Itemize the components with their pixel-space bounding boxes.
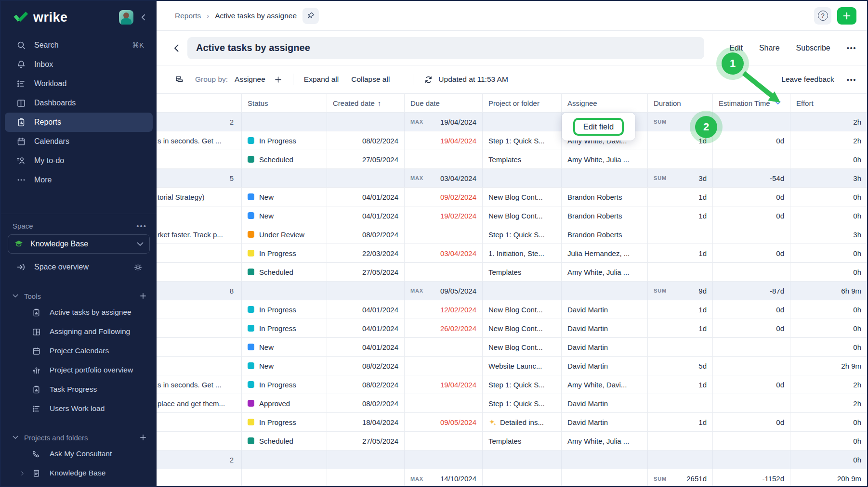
tool-item-project-calendars[interactable]: Project Calendars: [1, 341, 157, 360]
back-button[interactable]: [172, 43, 184, 53]
tool-item-assigning-and-following[interactable]: Assigning and Following: [1, 322, 157, 341]
chevron-right-icon[interactable]: [19, 470, 32, 476]
status-cell[interactable]: New: [242, 188, 327, 206]
space-menu-button[interactable]: •••: [136, 222, 147, 230]
assignee-cell[interactable]: David Martin: [562, 357, 648, 375]
status-cell[interactable]: In Progress: [242, 375, 327, 394]
projects-section-header[interactable]: Projects and folders: [1, 431, 157, 444]
column-header-created-date[interactable]: Created date↑: [327, 94, 405, 112]
project-cell[interactable]: New Blog Cont...: [483, 338, 562, 356]
task-row[interactable]: Scheduled27/05/2024TemplatesAmy White, J…: [157, 432, 867, 450]
sidebar-item-workload[interactable]: Workload: [5, 74, 153, 93]
add-grouping-button[interactable]: [274, 76, 282, 84]
task-row[interactable]: s in seconds. Get ...In Progress08/02/20…: [157, 375, 867, 394]
column-header-effort[interactable]: Effort: [790, 94, 867, 112]
assignee-cell[interactable]: David Martin: [562, 338, 648, 356]
assignee-cell[interactable]: Amy White, Julia ...: [562, 263, 648, 281]
group-header-row[interactable]: 5MAX03/04/2024SUM3d-54d3h: [157, 169, 867, 188]
assignee-cell[interactable]: Brandon Roberts: [562, 188, 648, 206]
project-cell[interactable]: Templates: [483, 263, 562, 281]
status-cell[interactable]: In Progress: [242, 131, 327, 150]
assignee-cell[interactable]: David Martin: [562, 319, 648, 337]
task-row[interactable]: Scheduled27/05/2024TemplatesAmy White, J…: [157, 263, 867, 282]
sidebar-item-my-to-do[interactable]: My to-do: [5, 151, 153, 170]
task-row[interactable]: Scheduled27/05/2024TemplatesAmy White, J…: [157, 150, 867, 169]
sidebar-item-more[interactable]: More: [5, 170, 153, 190]
assignee-cell[interactable]: Brandon Roberts: [562, 225, 648, 244]
expand-all-button[interactable]: Expand all: [304, 75, 339, 84]
project-cell[interactable]: New Blog Cont...: [483, 300, 562, 319]
status-cell[interactable]: Under Review: [242, 225, 327, 244]
project-cell[interactable]: New Blog Cont...: [483, 319, 562, 337]
project-cell[interactable]: Step 1: Quick S...: [483, 225, 562, 244]
assignee-cell[interactable]: Amy White, Davi...: [562, 375, 648, 394]
task-row[interactable]: torial Strategy)New04/01/202409/02/2024N…: [157, 188, 867, 206]
task-row[interactable]: s in seconds. Get ...In Progress08/02/20…: [157, 131, 867, 150]
tool-item-project-portfolio-overview[interactable]: Project portfolio overview: [1, 360, 157, 380]
sidebar-item-inbox[interactable]: Inbox: [5, 55, 153, 74]
tools-section-header[interactable]: Tools: [1, 289, 157, 303]
task-row[interactable]: In Progress04/01/202412/02/2024New Blog …: [157, 300, 867, 319]
add-project-button[interactable]: [139, 434, 147, 441]
sidebar-item-search[interactable]: Search⌘K: [5, 36, 153, 55]
group-header-row[interactable]: 20h: [157, 450, 867, 469]
task-row[interactable]: place and get them...Approved08/02/2024S…: [157, 394, 867, 413]
project-cell[interactable]: Templates: [483, 432, 562, 450]
wrike-logo[interactable]: wrike: [13, 10, 119, 25]
project-item-sample-blueprints[interactable]: Sample Blueprints: [1, 483, 157, 486]
column-header-task[interactable]: [157, 94, 242, 112]
tool-item-active-tasks-by-assignee[interactable]: Active tasks by assignee: [1, 303, 157, 322]
status-cell[interactable]: In Progress: [242, 300, 327, 319]
sidebar-item-space-overview[interactable]: Space overview: [5, 257, 153, 277]
collapse-all-button[interactable]: Collapse all: [351, 75, 390, 84]
sidebar-item-reports[interactable]: Reports: [5, 113, 153, 132]
group-header-row[interactable]: 8MAX09/05/2024SUM9d-87d6h 9m: [157, 282, 867, 300]
sidebar-item-dashboards[interactable]: Dashboards: [5, 93, 153, 113]
tool-item-users-work-load[interactable]: Users Work load: [1, 399, 157, 418]
column-header-status[interactable]: Status: [242, 94, 327, 112]
status-cell[interactable]: New: [242, 206, 327, 225]
toolbar-more-button[interactable]: •••: [847, 76, 856, 84]
status-cell[interactable]: Scheduled: [242, 263, 327, 281]
project-cell[interactable]: Website Launc...: [483, 357, 562, 375]
sidebar-item-calendars[interactable]: Calendars: [5, 132, 153, 151]
project-cell[interactable]: Templates: [483, 150, 562, 168]
pin-button[interactable]: [302, 8, 319, 24]
group-header-row[interactable]: 2MAX19/04/2024SUM2h: [157, 113, 867, 131]
assignee-cell[interactable]: Amy White, Julia ...: [562, 432, 648, 450]
breadcrumb-reports-link[interactable]: Reports: [175, 12, 201, 20]
project-cell[interactable]: Detailed ins...: [483, 413, 562, 431]
project-cell[interactable]: Step 1: Quick S...: [483, 394, 562, 412]
project-item-knowledge-base[interactable]: Knowledge Base: [1, 463, 157, 483]
task-row[interactable]: In Progress18/04/202409/05/2024Detailed …: [157, 413, 867, 432]
task-row[interactable]: New08/02/2024Website Launc...David Marti…: [157, 357, 867, 375]
task-row[interactable]: In Progress22/03/202403/04/20241. Initia…: [157, 244, 867, 263]
group-by-value[interactable]: Assignee: [235, 75, 265, 84]
report-title-input[interactable]: Active tasks by assignee: [187, 37, 704, 59]
status-cell[interactable]: In Progress: [242, 244, 327, 262]
column-header-project[interactable]: Project or folder: [483, 94, 562, 112]
gear-icon[interactable]: [133, 263, 144, 272]
assignee-cell[interactable]: David Martin: [562, 413, 648, 431]
assignee-cell[interactable]: David Martin: [562, 394, 648, 412]
status-cell[interactable]: New: [242, 357, 327, 375]
task-row[interactable]: New04/01/202419/02/2024New Blog Cont...B…: [157, 206, 867, 225]
space-selector[interactable]: Knowledge Base: [8, 234, 150, 254]
assignee-cell[interactable]: Brandon Roberts: [562, 206, 648, 225]
column-header-duration[interactable]: Duration: [648, 94, 713, 112]
status-cell[interactable]: Scheduled: [242, 432, 327, 450]
add-tool-button[interactable]: [139, 292, 147, 300]
status-cell[interactable]: In Progress: [242, 413, 327, 431]
task-row[interactable]: rket faster. Track p...Under Review08/02…: [157, 225, 867, 244]
edit-field-menu-item[interactable]: Edit field: [573, 118, 624, 136]
subscribe-button[interactable]: Subscribe: [796, 44, 830, 52]
project-cell[interactable]: New Blog Cont...: [483, 206, 562, 225]
assignee-cell[interactable]: Julia Hernandez, ...: [562, 244, 648, 262]
tool-item-task-progress[interactable]: Task Progress: [1, 380, 157, 399]
status-cell[interactable]: New: [242, 338, 327, 356]
task-row[interactable]: In Progress04/01/202426/02/2024New Blog …: [157, 319, 867, 338]
column-header-assignee[interactable]: Assignee: [562, 94, 648, 112]
title-more-button[interactable]: •••: [847, 44, 856, 52]
assignee-cell[interactable]: Amy White, Julia ...: [562, 150, 648, 168]
project-cell[interactable]: New Blog Cont...: [483, 188, 562, 206]
